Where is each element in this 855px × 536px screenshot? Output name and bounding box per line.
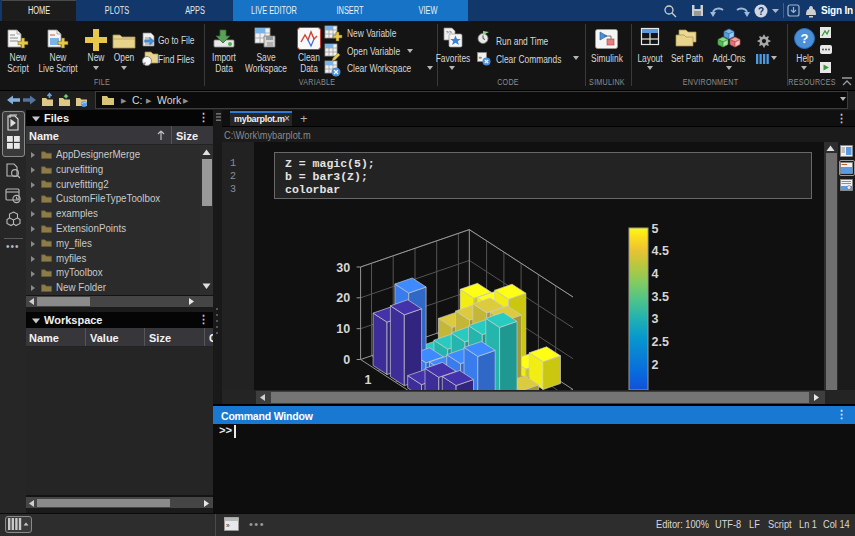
svg-text:0: 0 [343,353,350,367]
svg-text:»: » [226,522,230,529]
svg-text:4.5: 4.5 [652,244,669,258]
svg-text:3: 3 [652,312,659,326]
svg-text:20: 20 [336,291,350,305]
svg-text:10: 10 [336,322,350,336]
svg-text:3.5: 3.5 [652,290,669,304]
svg-text:2.5: 2.5 [652,335,669,349]
svg-text:5: 5 [652,222,659,236]
svg-text:?: ? [758,6,764,17]
svg-text:4: 4 [652,267,659,281]
svg-text:1: 1 [364,373,371,387]
svg-text:?: ? [801,31,809,46]
svg-text:30: 30 [336,261,350,275]
svg-text:2: 2 [652,358,659,372]
